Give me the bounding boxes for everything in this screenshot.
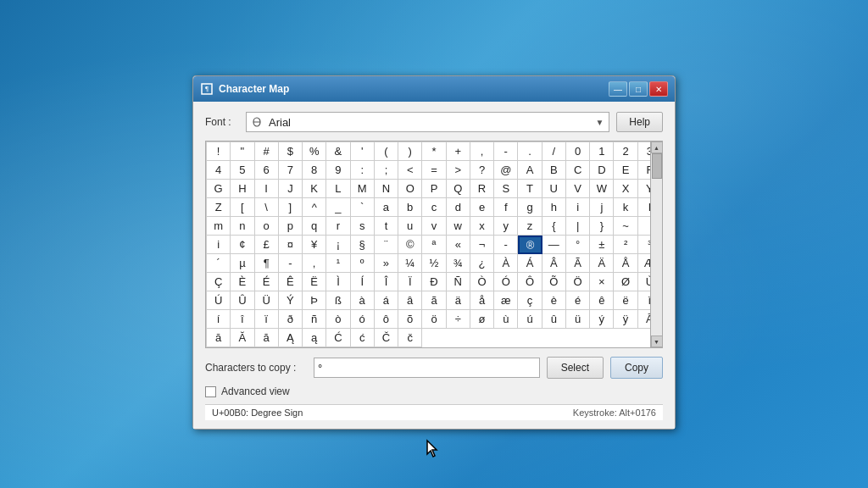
char-cell[interactable]: , bbox=[303, 254, 326, 273]
char-cell[interactable]: Ó bbox=[494, 273, 518, 291]
char-cell[interactable]: { bbox=[542, 217, 566, 236]
char-cell[interactable]: Z bbox=[207, 198, 231, 217]
char-cell[interactable]: r bbox=[326, 217, 350, 236]
char-cell[interactable]: û bbox=[542, 310, 566, 329]
char-cell[interactable]: ą bbox=[303, 329, 326, 347]
char-cell[interactable]: " bbox=[231, 142, 254, 161]
char-cell[interactable]: V bbox=[566, 180, 590, 198]
char-cell[interactable]: Ø bbox=[614, 273, 637, 291]
char-cell[interactable]: h bbox=[542, 198, 566, 217]
scroll-down-arrow[interactable]: ▼ bbox=[651, 336, 663, 347]
char-cell[interactable]: è bbox=[542, 291, 566, 310]
char-cell[interactable]: e bbox=[470, 198, 494, 217]
char-cell[interactable]: ê bbox=[590, 291, 614, 310]
char-cell[interactable]: ö bbox=[422, 310, 446, 329]
char-cell[interactable]: i bbox=[207, 236, 231, 254]
char-cell[interactable]: ó bbox=[351, 310, 375, 329]
char-cell[interactable]: Ą bbox=[279, 329, 303, 347]
char-cell[interactable]: « bbox=[447, 236, 470, 254]
char-cell[interactable]: ¡ bbox=[326, 236, 350, 254]
char-cell[interactable]: _ bbox=[326, 198, 350, 217]
char-cell[interactable]: Ă bbox=[231, 329, 254, 347]
char-cell[interactable]: ° bbox=[566, 236, 590, 254]
char-cell[interactable]: ò bbox=[326, 310, 350, 329]
char-cell[interactable]: = bbox=[422, 161, 446, 180]
char-cell[interactable]: a bbox=[375, 198, 398, 217]
char-cell[interactable]: £ bbox=[255, 236, 279, 254]
char-cell[interactable]: ^ bbox=[303, 198, 326, 217]
char-cell[interactable]: % bbox=[303, 142, 326, 161]
char-cell[interactable]: z bbox=[518, 217, 542, 236]
char-cell[interactable]: Ô bbox=[518, 273, 542, 291]
char-cell[interactable]: b bbox=[398, 198, 422, 217]
char-cell[interactable]: ã bbox=[422, 291, 446, 310]
char-cell[interactable]: ç bbox=[518, 291, 542, 310]
char-cell[interactable]: K bbox=[303, 180, 326, 198]
char-cell[interactable]: ( bbox=[375, 142, 398, 161]
char-cell[interactable]: * bbox=[422, 142, 446, 161]
char-cell[interactable]: ' bbox=[351, 142, 375, 161]
char-cell[interactable]: ÿ bbox=[614, 310, 637, 329]
char-cell[interactable]: ¼ bbox=[398, 254, 422, 273]
char-cell[interactable]: \ bbox=[255, 198, 279, 217]
char-cell[interactable]: ý bbox=[590, 310, 614, 329]
char-cell[interactable]: ă bbox=[255, 329, 279, 347]
char-cell[interactable]: [ bbox=[231, 198, 254, 217]
char-cell[interactable]: — bbox=[542, 236, 566, 254]
char-cell[interactable]: µ bbox=[231, 254, 254, 273]
char-cell[interactable]: ä bbox=[447, 291, 470, 310]
char-cell[interactable]: ñ bbox=[303, 310, 326, 329]
char-cell[interactable]: Ö bbox=[566, 273, 590, 291]
char-cell[interactable]: » bbox=[375, 254, 398, 273]
char-cell[interactable]: ô bbox=[375, 310, 398, 329]
char-cell[interactable]: É bbox=[255, 273, 279, 291]
char-cell[interactable]: 7 bbox=[279, 161, 303, 180]
char-cell[interactable]: Ñ bbox=[447, 273, 470, 291]
char-cell[interactable]: N bbox=[375, 180, 398, 198]
close-button[interactable]: ✕ bbox=[649, 81, 668, 97]
char-cell[interactable]: U bbox=[542, 180, 566, 198]
char-cell[interactable]: n bbox=[231, 217, 254, 236]
char-cell[interactable]: ë bbox=[614, 291, 637, 310]
minimize-button[interactable]: — bbox=[609, 81, 627, 97]
char-cell[interactable]: ) bbox=[398, 142, 422, 161]
restore-button[interactable]: □ bbox=[629, 81, 648, 97]
char-cell[interactable]: Â bbox=[542, 254, 566, 273]
char-cell[interactable]: ~ bbox=[614, 217, 637, 236]
char-cell[interactable]: ! bbox=[207, 142, 231, 161]
char-cell[interactable]: i bbox=[566, 198, 590, 217]
char-cell[interactable]: 4 bbox=[207, 161, 231, 180]
char-cell[interactable]: Ò bbox=[470, 273, 494, 291]
copy-button[interactable]: Copy bbox=[610, 357, 663, 379]
char-cell[interactable]: 6 bbox=[255, 161, 279, 180]
char-cell[interactable]: č bbox=[398, 329, 422, 347]
char-cell[interactable]: Ć bbox=[326, 329, 350, 347]
char-cell[interactable]: T bbox=[518, 180, 542, 198]
char-cell[interactable]: x bbox=[470, 217, 494, 236]
char-cell[interactable]: + bbox=[447, 142, 470, 161]
char-cell[interactable]: © bbox=[398, 236, 422, 254]
char-cell[interactable]: ā bbox=[207, 329, 231, 347]
char-cell[interactable]: B bbox=[542, 161, 566, 180]
char-cell[interactable]: ¶ bbox=[255, 254, 279, 273]
char-cell[interactable]: º bbox=[351, 254, 375, 273]
char-cell[interactable]: E bbox=[614, 161, 637, 180]
char-cell[interactable]: 9 bbox=[326, 161, 350, 180]
font-selector[interactable]: Arial ▼ Arial Times New Roman Courier Ne… bbox=[246, 112, 609, 132]
char-cell[interactable]: S bbox=[494, 180, 518, 198]
char-cell[interactable]: C bbox=[566, 161, 590, 180]
char-cell[interactable]: c bbox=[422, 198, 446, 217]
char-cell[interactable]: > bbox=[447, 161, 470, 180]
char-cell[interactable]: f bbox=[494, 198, 518, 217]
char-cell[interactable]: q bbox=[303, 217, 326, 236]
char-cell[interactable]: ¤ bbox=[279, 236, 303, 254]
char-cell[interactable]: À bbox=[494, 254, 518, 273]
char-cell[interactable]: ð bbox=[279, 310, 303, 329]
char-cell[interactable]: # bbox=[255, 142, 279, 161]
char-cell[interactable]: Õ bbox=[542, 273, 566, 291]
char-cell[interactable]: Ð bbox=[422, 273, 446, 291]
char-cell[interactable]: Q bbox=[447, 180, 470, 198]
char-cell[interactable]: ² bbox=[614, 236, 637, 254]
chars-to-copy-input[interactable] bbox=[314, 358, 540, 378]
char-cell[interactable]: - bbox=[494, 236, 518, 254]
